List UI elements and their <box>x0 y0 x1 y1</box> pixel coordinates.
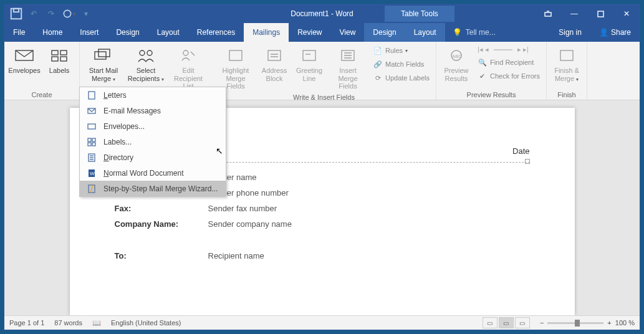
edit-recipient-list-button[interactable]: Edit Recipient List <box>168 44 208 92</box>
print-layout-button[interactable]: ▭ <box>499 317 514 328</box>
envelope-icon <box>14 45 34 65</box>
status-bar: Page 1 of 1 87 words 📖 English (United S… <box>4 315 640 330</box>
tab-mailings[interactable]: Mailings <box>244 23 289 42</box>
undo-icon[interactable]: ↶ <box>27 7 41 21</box>
svg-rect-28 <box>92 143 95 146</box>
svg-rect-3 <box>545 12 551 16</box>
quick-access-toolbar: ↶ ↷ ▾ ▾ <box>4 7 93 21</box>
ribbon: Envelopes Labels Create Start Mail Merge… <box>4 42 640 100</box>
svg-rect-11 <box>99 49 110 57</box>
sign-in-link[interactable]: Sign in <box>550 23 590 42</box>
group-label-finish: Finish <box>550 89 583 100</box>
svg-rect-7 <box>60 50 67 55</box>
match-fields-button[interactable]: 🔗Match Fields <box>370 58 432 70</box>
greeting-line-button[interactable]: Greeting Line <box>293 44 325 84</box>
save-icon[interactable] <box>9 7 23 21</box>
zoom-control: − + 100 % <box>540 319 635 327</box>
share-button[interactable]: 👤Share <box>590 23 640 42</box>
page-indicator[interactable]: Page 1 of 1 <box>9 319 44 327</box>
word-count[interactable]: 87 words <box>54 319 82 327</box>
dd-email[interactable]: E-mail Messages <box>80 103 226 118</box>
rules-button[interactable]: 📄Rules ▾ <box>370 44 432 57</box>
web-layout-button[interactable]: ▭ <box>515 317 530 328</box>
tab-layout[interactable]: Layout <box>148 23 188 42</box>
greeting-icon <box>299 45 319 65</box>
check-icon: ✔ <box>478 71 488 81</box>
directory-icon <box>86 152 97 163</box>
start-mail-merge-button[interactable]: Start Mail Merge ▾ <box>84 44 123 84</box>
touch-mode-icon[interactable]: ▾ <box>62 7 75 21</box>
proofing-icon[interactable]: 📖 <box>92 319 101 327</box>
insert-field-icon <box>338 45 358 65</box>
rules-icon: 📄 <box>373 45 383 55</box>
dd-normal[interactable]: WNormal Word Document <box>80 165 226 181</box>
highlight-merge-fields-button[interactable]: Highlight Merge Fields <box>216 44 256 92</box>
tab-review[interactable]: Review <box>289 23 330 42</box>
zoom-in-button[interactable]: + <box>607 319 611 327</box>
svg-rect-0 <box>11 9 22 19</box>
group-create: Envelopes Labels Create <box>4 42 80 100</box>
table-tools-label: Table Tools <box>385 6 454 22</box>
tab-references[interactable]: References <box>188 23 244 42</box>
preview-results-button[interactable]: ABCPreview Results <box>440 44 473 84</box>
language-indicator[interactable]: English (United States) <box>111 319 181 327</box>
svg-rect-21 <box>560 50 573 60</box>
maximize-icon[interactable] <box>587 4 613 23</box>
tab-insert[interactable]: Insert <box>71 23 107 42</box>
find-icon: 🔍 <box>478 57 488 67</box>
zoom-level[interactable]: 100 % <box>615 319 635 327</box>
ribbon-display-icon[interactable] <box>535 4 561 23</box>
check-errors-button[interactable]: ✔Check for Errors <box>475 70 542 82</box>
labels-button[interactable]: Labels <box>43 44 75 76</box>
svg-rect-26 <box>92 138 95 141</box>
date-label: Date <box>512 146 529 156</box>
svg-rect-9 <box>60 57 67 61</box>
mail-merge-icon <box>94 45 113 65</box>
svg-point-14 <box>183 50 188 55</box>
update-labels-button[interactable]: ⟳Update Labels <box>370 72 432 84</box>
tell-me-search[interactable]: 💡Tell me... <box>445 23 503 42</box>
redo-icon[interactable]: ↷ <box>44 7 58 21</box>
dd-envelopes[interactable]: Envelopes... <box>80 118 226 134</box>
close-icon[interactable]: ✕ <box>613 4 640 23</box>
read-mode-button[interactable]: ▭ <box>483 317 497 328</box>
tab-table-layout[interactable]: Layout <box>405 23 445 42</box>
envelope-sm-icon <box>86 121 97 132</box>
field-row: Fax:Sender fax number <box>115 204 530 213</box>
address-block-button[interactable]: Address Block <box>258 44 291 84</box>
bulb-icon: 💡 <box>453 28 462 37</box>
finish-icon <box>557 45 577 65</box>
select-recipients-button[interactable]: Select Recipients ▾ <box>126 44 166 84</box>
insert-merge-field-button[interactable]: Insert Merge Fields <box>328 44 368 92</box>
labels-sm-icon <box>86 136 97 148</box>
ribbon-tabs: File Home Insert Design Layout Reference… <box>4 23 640 42</box>
dd-labels[interactable]: Labels... <box>80 134 226 150</box>
svg-rect-24 <box>88 124 95 129</box>
qat-customize-icon[interactable]: ▾ <box>79 7 93 21</box>
zoom-out-button[interactable]: − <box>540 319 544 327</box>
highlight-icon <box>226 45 246 65</box>
zoom-slider[interactable] <box>547 322 603 324</box>
dd-directory[interactable]: Directory <box>80 150 226 165</box>
address-icon <box>264 45 284 65</box>
envelopes-button[interactable]: Envelopes <box>8 44 41 76</box>
tab-home[interactable]: Home <box>34 23 71 42</box>
tab-file[interactable]: File <box>4 23 34 42</box>
field-row: To:Recipient name <box>115 251 530 260</box>
record-nav[interactable]: |◂ ◂ ▸ ▸| <box>475 44 542 55</box>
window-title: Document1 - Word <box>291 9 353 18</box>
dd-letters[interactable]: Letters <box>80 87 226 103</box>
find-recipient-button[interactable]: 🔍Find Recipient <box>475 56 542 69</box>
dd-wizard[interactable]: Step-by-Step Mail Merge Wizard... <box>80 181 226 196</box>
recipients-icon <box>136 45 156 65</box>
tab-view[interactable]: View <box>331 23 365 42</box>
tab-table-design[interactable]: Design <box>364 23 405 42</box>
finish-merge-button[interactable]: Finish & Merge ▾ <box>550 44 583 84</box>
svg-rect-1 <box>14 9 19 12</box>
group-preview: ABCPreview Results |◂ ◂ ▸ ▸| 🔍Find Recip… <box>436 42 547 100</box>
table-resize-handle[interactable] <box>525 159 530 164</box>
group-finish: Finish & Merge ▾ Finish <box>547 42 587 100</box>
tab-design[interactable]: Design <box>107 23 148 42</box>
svg-rect-6 <box>52 50 58 55</box>
minimize-icon[interactable]: — <box>561 4 587 23</box>
